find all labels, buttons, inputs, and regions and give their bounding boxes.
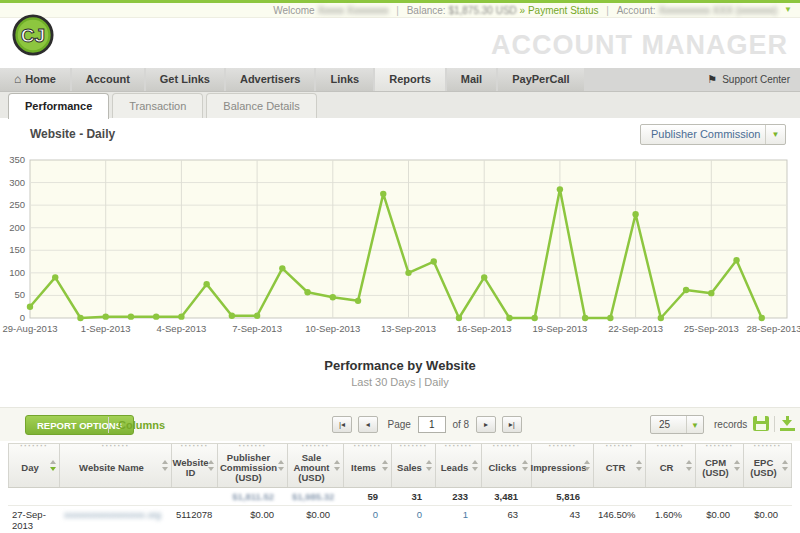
page-label: Page [388,416,411,434]
table-row: 27-Sep-2013xxxxxxxxxxxxxxxxx.org5112078$… [8,506,792,533]
next-page-button[interactable]: ▸ [476,416,496,433]
chevron-down-icon: ▼ [691,421,699,430]
welcome-label: Welcome [273,5,315,16]
column-header-cr[interactable]: CR [646,444,696,487]
svg-text:28-Sep-2013: 28-Sep-2013 [747,323,800,334]
column-label: Leads [441,463,468,473]
column-label: Sale Amount (USD) [290,453,333,483]
sort-arrows-icon[interactable] [162,460,168,471]
cell-website_id: 5112078 [172,506,218,533]
support-center-link[interactable]: ⚑Support Center [707,68,790,91]
sort-arrows-icon[interactable] [472,460,478,471]
download-icon[interactable] [780,416,795,431]
cj-logo[interactable]: CJ [12,14,54,56]
svg-text:100: 100 [9,267,25,278]
nav-tab-home[interactable]: ⌂Home [0,68,70,91]
cell-impressions: 5,816 [532,488,594,505]
tab-performance[interactable]: Performance [8,93,109,119]
tab-transaction[interactable]: Transaction [112,93,203,118]
last-page-button[interactable]: ▸| [502,416,522,433]
sort-arrows-icon[interactable] [636,460,642,471]
cell-clicks: 3,481 [482,488,532,505]
column-header-day[interactable]: Day [8,444,60,487]
column-header-sale_amount[interactable]: Sale Amount (USD) [288,444,344,487]
svg-text:10-Sep-2013: 10-Sep-2013 [305,323,360,334]
sort-arrows-icon[interactable] [734,460,740,471]
cell-day: 27-Sep-2013 [8,506,60,533]
chart-title: Performance by Website [0,358,800,373]
balance-value: $1,875.30 USD [448,5,516,16]
cell-epc [744,488,792,505]
metric-dropdown[interactable]: Publisher Commission ▼ [640,124,786,145]
report-subtabs: Performance Transaction Balance Details [0,92,800,118]
column-header-epc[interactable]: EPC (USD) [744,444,792,487]
column-label: Sales [397,463,422,473]
cell-website_name[interactable]: xxxxxxxxxxxxxxxxx.org [60,506,172,533]
column-header-website_id[interactable]: Website ID [172,444,218,487]
first-page-button[interactable]: |◂ [332,416,352,433]
svg-text:0: 0 [20,312,25,323]
nav-tab-account[interactable]: Account [72,68,144,91]
sort-arrows-icon[interactable] [522,460,528,471]
nav-tab-get-links[interactable]: Get Links [146,68,224,91]
sort-arrows-icon[interactable] [782,460,788,471]
column-header-ctr[interactable]: CTR [594,444,646,487]
svg-text:22-Sep-2013: 22-Sep-2013 [608,323,663,334]
cell-items[interactable]: 0 [344,506,392,533]
sort-arrows-icon[interactable] [382,460,388,471]
cell-cr: 1.60% [646,506,696,533]
column-header-impressions[interactable]: Impressions [532,444,594,487]
cell-leads[interactable]: 1 [436,506,482,533]
svg-text:25-Sep-2013: 25-Sep-2013 [684,323,739,334]
home-icon: ⌂ [14,72,21,86]
nav-tab-paypercall[interactable]: PayPerCall [498,68,583,91]
prev-page-button[interactable]: ◂ [358,416,378,433]
tab-balance-details[interactable]: Balance Details [206,93,316,118]
masthead: CJ ACCOUNT MANAGER [0,18,800,68]
svg-text:4-Sep-2013: 4-Sep-2013 [157,323,207,334]
column-header-sales[interactable]: Sales [392,444,436,487]
table-header-row: DayWebsite NameWebsite IDPublisher Commi… [8,444,792,488]
cj-account-manager-page: Welcome Xxxxx Xxxxxxxx | Balance: $1,875… [0,0,800,533]
columns-link[interactable]: Columns [118,419,165,431]
page-number-input[interactable] [418,416,446,433]
column-label: Day [21,463,38,473]
column-header-items[interactable]: Items [344,444,392,487]
cell-ctr: 146.50% [594,506,646,533]
sort-arrows-icon[interactable] [584,460,590,471]
column-header-publisher_commission[interactable]: Publisher Commission (USD) [218,444,288,487]
cell-cpm [696,488,744,505]
cell-sales[interactable]: 0 [392,506,436,533]
svg-text:350: 350 [9,154,25,165]
column-header-clicks[interactable]: Clicks [482,444,532,487]
sort-arrows-icon[interactable] [208,460,214,471]
chart-caption: Performance by Website Last 30 Days | Da… [0,358,800,388]
nav-tab-reports[interactable]: Reports [375,68,445,91]
topbar: Welcome Xxxxx Xxxxxxxx | Balance: $1,875… [0,0,800,18]
column-label: Items [351,463,376,473]
cell-items: 59 [344,488,392,505]
column-header-website_name[interactable]: Website Name [60,444,172,487]
column-label: Clicks [489,463,517,473]
sort-arrows-icon[interactable] [50,460,56,471]
records-per-page-dropdown[interactable]: 25 ▼ [650,415,704,434]
sort-arrows-icon[interactable] [278,460,284,471]
nav-tab-links[interactable]: Links [316,68,373,91]
sort-arrows-icon[interactable] [426,460,432,471]
sort-arrows-icon[interactable] [686,460,692,471]
nav-tab-advertisers[interactable]: Advertisers [226,68,315,91]
performance-chart: 05010015020025030035029-Aug-20131-Sep-20… [0,150,800,340]
sort-arrows-icon[interactable] [334,460,340,471]
cell-sales: 31 [392,488,436,505]
column-header-leads[interactable]: Leads [436,444,482,487]
options-bar: REPORT OPTIONS Columns |◂ ◂ Page of 8 ▸ … [0,407,800,441]
payment-status-link[interactable]: » Payment Status [520,5,599,16]
nav-tab-mail[interactable]: Mail [447,68,496,91]
records-label: records [714,419,747,430]
svg-text:50: 50 [14,289,25,300]
column-header-cpm[interactable]: CPM (USD) [696,444,744,487]
user-name: Xxxxx Xxxxxxxx [317,5,388,16]
records-per-page-value: 25 [651,416,670,430]
save-report-icon[interactable] [753,416,769,431]
account-dropdown-caret-icon[interactable]: ▼ [784,5,792,14]
